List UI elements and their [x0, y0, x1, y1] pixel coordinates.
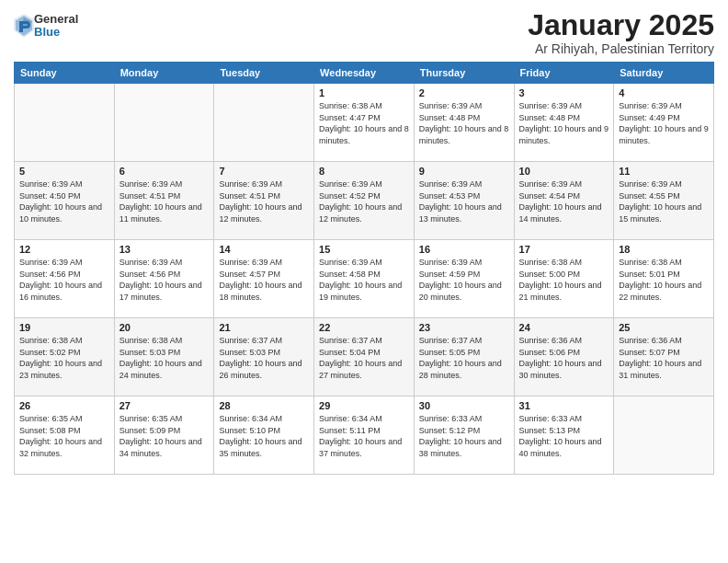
day-cell: 3Sunrise: 6:39 AMSunset: 4:48 PMDaylight… — [514, 84, 614, 162]
day-info: Sunrise: 6:39 AMSunset: 4:57 PMDaylight:… — [219, 257, 309, 303]
weekday-sunday: Sunday — [15, 63, 115, 84]
day-info: Sunrise: 6:39 AMSunset: 4:48 PMDaylight:… — [519, 100, 609, 146]
day-cell: 20Sunrise: 6:38 AMSunset: 5:03 PMDayligh… — [114, 318, 214, 396]
logo: General Blue — [14, 13, 78, 40]
day-cell: 17Sunrise: 6:38 AMSunset: 5:00 PMDayligh… — [514, 240, 614, 318]
day-cell: 13Sunrise: 6:39 AMSunset: 4:56 PMDayligh… — [114, 240, 214, 318]
day-number: 1 — [319, 87, 409, 98]
day-cell: 5Sunrise: 6:39 AMSunset: 4:50 PMDaylight… — [15, 162, 115, 240]
day-number: 9 — [419, 166, 509, 177]
day-info: Sunrise: 6:39 AMSunset: 4:55 PMDaylight:… — [619, 178, 709, 224]
day-number: 23 — [419, 322, 509, 333]
header: General Blue January 2025 Ar Rihiyah, Pa… — [14, 9, 714, 56]
day-number: 14 — [219, 244, 309, 255]
day-info: Sunrise: 6:38 AMSunset: 5:00 PMDaylight:… — [519, 257, 609, 303]
day-cell: 21Sunrise: 6:37 AMSunset: 5:03 PMDayligh… — [214, 318, 314, 396]
day-cell: 9Sunrise: 6:39 AMSunset: 4:53 PMDaylight… — [414, 162, 514, 240]
day-info: Sunrise: 6:35 AMSunset: 5:08 PMDaylight:… — [19, 413, 109, 459]
day-info: Sunrise: 6:38 AMSunset: 4:47 PMDaylight:… — [319, 100, 409, 146]
day-number: 10 — [519, 166, 609, 177]
day-number: 30 — [419, 400, 509, 411]
week-row-1: 1Sunrise: 6:38 AMSunset: 4:47 PMDaylight… — [15, 84, 714, 162]
day-cell: 27Sunrise: 6:35 AMSunset: 5:09 PMDayligh… — [114, 396, 214, 475]
day-number: 31 — [519, 400, 609, 411]
day-cell: 15Sunrise: 6:39 AMSunset: 4:58 PMDayligh… — [314, 240, 415, 318]
day-cell: 6Sunrise: 6:39 AMSunset: 4:51 PMDaylight… — [114, 162, 214, 240]
day-info: Sunrise: 6:39 AMSunset: 4:56 PMDaylight:… — [119, 257, 210, 303]
day-number: 7 — [219, 166, 309, 177]
day-number: 13 — [119, 244, 210, 255]
day-info: Sunrise: 6:39 AMSunset: 4:51 PMDaylight:… — [119, 178, 210, 224]
day-info: Sunrise: 6:35 AMSunset: 5:09 PMDaylight:… — [119, 413, 210, 459]
day-cell: 10Sunrise: 6:39 AMSunset: 4:54 PMDayligh… — [514, 162, 614, 240]
day-cell — [614, 396, 714, 475]
day-info: Sunrise: 6:39 AMSunset: 4:54 PMDaylight:… — [519, 178, 609, 224]
day-number: 3 — [519, 87, 609, 98]
day-number: 26 — [19, 400, 109, 411]
day-cell: 23Sunrise: 6:37 AMSunset: 5:05 PMDayligh… — [414, 318, 514, 396]
day-cell: 25Sunrise: 6:36 AMSunset: 5:07 PMDayligh… — [614, 318, 714, 396]
logo-blue-text: Blue — [34, 26, 78, 39]
day-number: 6 — [119, 166, 210, 177]
day-info: Sunrise: 6:38 AMSunset: 5:01 PMDaylight:… — [619, 257, 709, 303]
day-number: 5 — [19, 166, 109, 177]
weekday-saturday: Saturday — [614, 63, 714, 84]
day-info: Sunrise: 6:34 AMSunset: 5:10 PMDaylight:… — [219, 413, 309, 459]
day-cell: 4Sunrise: 6:39 AMSunset: 4:49 PMDaylight… — [614, 84, 714, 162]
day-number: 15 — [319, 244, 409, 255]
day-cell: 12Sunrise: 6:39 AMSunset: 4:56 PMDayligh… — [15, 240, 115, 318]
day-number: 21 — [219, 322, 309, 333]
day-number: 19 — [19, 322, 109, 333]
day-number: 20 — [119, 322, 210, 333]
day-info: Sunrise: 6:39 AMSunset: 4:52 PMDaylight:… — [319, 178, 409, 224]
logo-text: General Blue — [34, 13, 78, 40]
day-cell: 18Sunrise: 6:38 AMSunset: 5:01 PMDayligh… — [614, 240, 714, 318]
day-info: Sunrise: 6:37 AMSunset: 5:03 PMDaylight:… — [219, 335, 309, 381]
week-row-4: 19Sunrise: 6:38 AMSunset: 5:02 PMDayligh… — [15, 318, 714, 396]
day-number: 17 — [519, 244, 609, 255]
day-info: Sunrise: 6:39 AMSunset: 4:53 PMDaylight:… — [419, 178, 509, 224]
title-block: January 2025 Ar Rihiyah, Palestinian Ter… — [528, 9, 714, 56]
day-cell: 31Sunrise: 6:33 AMSunset: 5:13 PMDayligh… — [514, 396, 614, 475]
calendar-header: SundayMondayTuesdayWednesdayThursdayFrid… — [15, 63, 714, 84]
day-cell: 30Sunrise: 6:33 AMSunset: 5:12 PMDayligh… — [414, 396, 514, 475]
logo-general-text: General — [34, 13, 78, 26]
weekday-friday: Friday — [514, 63, 614, 84]
day-info: Sunrise: 6:33 AMSunset: 5:12 PMDaylight:… — [419, 413, 509, 459]
week-row-5: 26Sunrise: 6:35 AMSunset: 5:08 PMDayligh… — [15, 396, 714, 475]
day-info: Sunrise: 6:39 AMSunset: 4:50 PMDaylight:… — [19, 178, 109, 224]
logo-icon — [14, 14, 34, 38]
weekday-wednesday: Wednesday — [314, 63, 415, 84]
day-number: 24 — [519, 322, 609, 333]
day-info: Sunrise: 6:39 AMSunset: 4:49 PMDaylight:… — [619, 100, 709, 146]
day-number: 11 — [619, 166, 709, 177]
day-number: 18 — [619, 244, 709, 255]
calendar-subtitle: Ar Rihiyah, Palestinian Territory — [528, 41, 714, 56]
day-number: 25 — [619, 322, 709, 333]
day-info: Sunrise: 6:38 AMSunset: 5:02 PMDaylight:… — [19, 335, 109, 381]
day-info: Sunrise: 6:36 AMSunset: 5:07 PMDaylight:… — [619, 335, 709, 381]
day-info: Sunrise: 6:33 AMSunset: 5:13 PMDaylight:… — [519, 413, 609, 459]
day-info: Sunrise: 6:39 AMSunset: 4:51 PMDaylight:… — [219, 178, 309, 224]
day-number: 22 — [319, 322, 409, 333]
day-number: 28 — [219, 400, 309, 411]
weekday-monday: Monday — [114, 63, 214, 84]
day-cell: 7Sunrise: 6:39 AMSunset: 4:51 PMDaylight… — [214, 162, 314, 240]
day-info: Sunrise: 6:37 AMSunset: 5:05 PMDaylight:… — [419, 335, 509, 381]
day-number: 2 — [419, 87, 509, 98]
day-cell: 16Sunrise: 6:39 AMSunset: 4:59 PMDayligh… — [414, 240, 514, 318]
week-row-2: 5Sunrise: 6:39 AMSunset: 4:50 PMDaylight… — [15, 162, 714, 240]
day-info: Sunrise: 6:39 AMSunset: 4:59 PMDaylight:… — [419, 257, 509, 303]
day-cell: 22Sunrise: 6:37 AMSunset: 5:04 PMDayligh… — [314, 318, 415, 396]
day-cell: 2Sunrise: 6:39 AMSunset: 4:48 PMDaylight… — [414, 84, 514, 162]
day-number: 27 — [119, 400, 210, 411]
day-cell: 8Sunrise: 6:39 AMSunset: 4:52 PMDaylight… — [314, 162, 415, 240]
day-info: Sunrise: 6:39 AMSunset: 4:48 PMDaylight:… — [419, 100, 509, 146]
weekday-thursday: Thursday — [414, 63, 514, 84]
day-cell: 14Sunrise: 6:39 AMSunset: 4:57 PMDayligh… — [214, 240, 314, 318]
weekday-header-row: SundayMondayTuesdayWednesdayThursdayFrid… — [15, 63, 714, 84]
weekday-tuesday: Tuesday — [214, 63, 314, 84]
day-info: Sunrise: 6:36 AMSunset: 5:06 PMDaylight:… — [519, 335, 609, 381]
day-info: Sunrise: 6:37 AMSunset: 5:04 PMDaylight:… — [319, 335, 409, 381]
day-cell: 11Sunrise: 6:39 AMSunset: 4:55 PMDayligh… — [614, 162, 714, 240]
